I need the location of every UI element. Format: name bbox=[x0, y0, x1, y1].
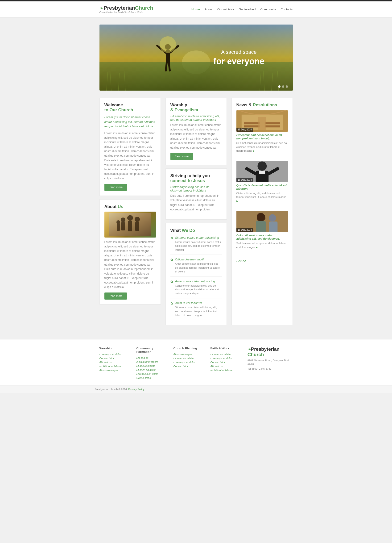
hero-line1: A sacred space bbox=[213, 49, 264, 55]
worship-read-more-button[interactable]: Read more bbox=[170, 153, 193, 160]
nav-home[interactable]: Home bbox=[191, 8, 200, 11]
what-item-3-body: Conse ctetur adipisicing elit, sed do ei… bbox=[175, 284, 222, 295]
hero-dot-2[interactable] bbox=[282, 85, 284, 88]
what-item-1: ✿ Sit amet conse ctetur adipisicing Lore… bbox=[170, 236, 222, 255]
what-item-1-title: Sit amet conse ctetur adipisicing bbox=[175, 236, 222, 239]
logo-tagline: Committed to the Lordship of Jesus Chris… bbox=[100, 11, 153, 14]
footer-logo: ❧Presbyterian Church 8901 Marmora Road, … bbox=[247, 346, 293, 380]
nav-get-involved[interactable]: Get involved bbox=[239, 8, 256, 11]
footer-worship-link-1[interactable]: Lorem ipsum dolor bbox=[100, 353, 132, 356]
svg-rect-24 bbox=[135, 222, 139, 231]
footer-planting-link-2[interactable]: Ut enim ad minim bbox=[174, 357, 206, 360]
connect-title: Striving to help you connect to Jesus bbox=[170, 173, 222, 183]
three-column-grid: Welcome to Our Church Lorem ipsum dolor … bbox=[100, 98, 293, 325]
svg-point-17 bbox=[160, 36, 176, 53]
footer-community-link-2[interactable]: Incididunt ut labore bbox=[136, 360, 169, 363]
footer-faith-link-3[interactable]: Conse ctetur bbox=[211, 361, 243, 364]
footer-privacy-link[interactable]: Privacy Policy bbox=[128, 388, 144, 391]
footer-community-link-6[interactable]: Conse ctetur bbox=[136, 376, 169, 379]
what-item-4: ✿ Anim id est laborum Sit amet conse cte… bbox=[170, 301, 222, 320]
footer-presbyterian: Presbyterian bbox=[251, 346, 280, 352]
footer-col-planting: Church Planting Et dolore magna Ut enim … bbox=[174, 346, 206, 380]
svg-rect-22 bbox=[128, 221, 132, 232]
footer-community-heading: Community Formation bbox=[136, 346, 169, 354]
svg-rect-30 bbox=[244, 125, 259, 128]
hero-text: A sacred space for everyone bbox=[213, 49, 264, 66]
svg-rect-42 bbox=[256, 221, 265, 232]
leaf-icon-1: ✿ bbox=[170, 236, 173, 252]
logo-church: Church bbox=[135, 5, 153, 11]
about-read-more-button[interactable]: Read more bbox=[104, 293, 127, 300]
footer-community-link-1[interactable]: Elit sed do bbox=[136, 356, 169, 359]
footer-planting-link-4[interactable]: Conse ctetur bbox=[174, 365, 206, 368]
footer-worship-link-2[interactable]: Conse ctetur bbox=[100, 357, 132, 360]
welcome-body: Lorem ipsum dolor sit amet conse ctetur … bbox=[104, 131, 156, 181]
hero-dot-3[interactable] bbox=[286, 85, 288, 88]
what-item-2: ✿ Officia deserunt mollit Amet conse cte… bbox=[170, 258, 222, 277]
footer-community-link-3[interactable]: Et dolore magna bbox=[136, 364, 169, 367]
svg-rect-20 bbox=[121, 222, 125, 231]
main-nav: Home About Our ministry Get involved Com… bbox=[191, 8, 293, 11]
worship-section: Worship & Evangelism Sit amet conse ctet… bbox=[165, 98, 227, 165]
svg-point-21 bbox=[127, 215, 133, 221]
footer-leaf-icon: ❧ bbox=[247, 347, 251, 352]
about-body: Lorem ipsum dolor sit amet conse ctetur … bbox=[104, 240, 156, 290]
news-item-3-title: Dolor sit amet conse ctetur adipisicing … bbox=[236, 234, 288, 240]
svg-rect-37 bbox=[259, 170, 265, 174]
what-item-3: ✿ Amet conse ctetur adipisicing Conse ct… bbox=[170, 279, 222, 299]
hero-dot-1[interactable] bbox=[278, 85, 280, 88]
footer-community-link-4[interactable]: Et enim ad minim bbox=[136, 368, 169, 371]
worship-body: Lorem ipsum dolor sit amet conse ctetur … bbox=[170, 123, 222, 150]
hero-banner: A sacred space for everyone bbox=[100, 24, 293, 90]
news-date-1: 15 Dec, 2014 bbox=[236, 128, 253, 132]
news-arrow-3: ▶ bbox=[256, 246, 258, 249]
footer: Worship Lorem ipsum dolor Conse ctetur E… bbox=[0, 339, 392, 393]
what-title: What We Do bbox=[170, 228, 222, 233]
see-all-link[interactable]: See all bbox=[236, 257, 288, 263]
nav-community[interactable]: Community bbox=[260, 8, 276, 11]
footer-faith-link-5[interactable]: Incididunt ut labore bbox=[211, 369, 243, 372]
logo: ❧PresbyterianChurch Committed to the Lor… bbox=[100, 5, 153, 14]
hero-dots bbox=[278, 85, 288, 88]
news-arrow-2: ▶ bbox=[236, 200, 238, 202]
what-we-do-section: What We Do ✿ Sit amet conse ctetur adipi… bbox=[165, 223, 227, 325]
middle-column: Worship & Evangelism Sit amet conse ctet… bbox=[165, 98, 227, 325]
welcome-read-more-button[interactable]: Read more bbox=[104, 184, 127, 191]
footer-col-community: Community Formation Elit sed do Incididu… bbox=[136, 346, 169, 380]
connect-subtitle: Ctetur adipisicing elit, sed do eiusmod … bbox=[170, 185, 222, 192]
news-item-3-body: Sed do eiusmod tempor incididunt ut labo… bbox=[236, 241, 288, 249]
header: ❧PresbyterianChurch Committed to the Lor… bbox=[0, 1, 392, 17]
footer-copyright: Presbyterian church © 2014. bbox=[95, 388, 128, 391]
footer-worship-link-4[interactable]: Incididunt ut labore bbox=[100, 365, 132, 368]
footer-planting-link-1[interactable]: Et dolore magna bbox=[174, 353, 206, 356]
news-item-1-body: Sit amet conse ctetur adipisicing elit, … bbox=[236, 141, 288, 153]
news-column: News & Resolutions bbox=[231, 98, 293, 325]
nav-about[interactable]: About bbox=[205, 8, 213, 11]
footer-faith-link-4[interactable]: Elit sed do bbox=[211, 365, 243, 368]
nav-ministry[interactable]: Our ministry bbox=[217, 8, 234, 11]
footer-faith-link-2[interactable]: Lorem ipsum dolor bbox=[211, 357, 243, 360]
logo-leaf-icon: ❧ bbox=[100, 6, 103, 11]
svg-point-25 bbox=[117, 220, 120, 224]
leaf-icon-2: ✿ bbox=[170, 258, 173, 274]
connect-section: Striving to help you connect to Jesus Ct… bbox=[165, 168, 227, 220]
footer-community-link-5[interactable]: Lorem ipsum dolor bbox=[136, 373, 169, 375]
footer-bottom: Presbyterian church © 2014. Privacy Poli… bbox=[0, 385, 392, 393]
footer-faith-link-1[interactable]: Ut enim ad minim bbox=[211, 353, 243, 356]
leaf-icon-4: ✿ bbox=[170, 301, 173, 317]
what-item-2-body: Amet conse ctetur adipisicing elit, sed … bbox=[175, 262, 222, 274]
footer-worship-heading: Worship bbox=[100, 346, 132, 350]
worship-title: Worship & Evangelism bbox=[170, 103, 222, 113]
news-image-3: 15 Dec, 2014 bbox=[236, 211, 288, 232]
svg-rect-32 bbox=[264, 125, 280, 128]
footer-tel: Tel: (800) 2345-6789 bbox=[247, 367, 293, 371]
footer-address: 8901 Marmora Road, Glasgow, Do4 89GR Tel… bbox=[247, 359, 293, 371]
nav-contacts[interactable]: Contacts bbox=[280, 8, 292, 11]
news-item-2-title: Qui officia deserunt mollit anim id est … bbox=[236, 184, 288, 190]
what-item-3-title: Amet conse ctetur adipisicing bbox=[175, 279, 222, 283]
footer-planting-link-3[interactable]: Lorem ipsum dolor bbox=[174, 361, 206, 364]
news-item-3: 15 Dec, 2014 Dolor sit amet conse ctetur… bbox=[236, 211, 288, 253]
news-item-2-body: Ctetur adipisicing elit, sed do eiusmod … bbox=[236, 191, 288, 203]
footer-worship-link-3[interactable]: Elit sed do bbox=[100, 361, 132, 364]
footer-worship-link-5[interactable]: Et dolore magna bbox=[100, 369, 132, 372]
